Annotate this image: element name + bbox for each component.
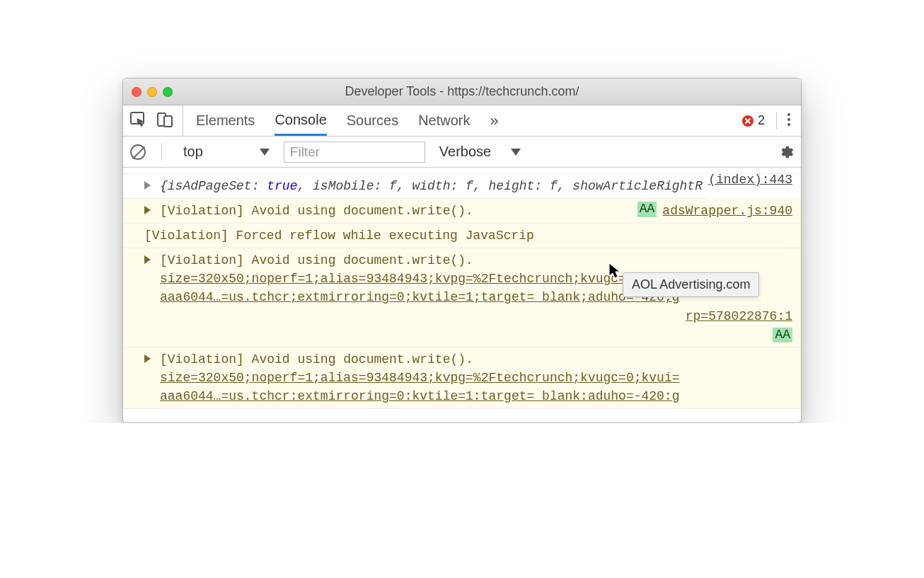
chevron-down-icon — [511, 149, 521, 156]
devtools-tabbar: Elements Console Sources Network » 2 — [123, 105, 801, 137]
disclosure-triangle-icon[interactable] — [144, 255, 151, 264]
console-row-violation: [Violation] Avoid using document.write()… — [123, 248, 801, 347]
svg-point-5 — [787, 123, 790, 126]
console-filterbar: top Verbose — [123, 137, 801, 168]
source-link[interactable]: adsWrapper.js:940 — [662, 202, 792, 220]
separator — [161, 143, 162, 161]
context-value: top — [183, 144, 203, 160]
svg-rect-2 — [164, 116, 172, 127]
disclosure-triangle-icon[interactable] — [144, 206, 151, 214]
chevron-down-icon — [260, 149, 270, 156]
badge-tooltip: AOL Advertising.com — [623, 272, 759, 297]
thirdparty-badge[interactable]: AA — [637, 202, 657, 217]
more-tabs-button[interactable]: » — [490, 112, 499, 130]
console-row-violation: adsWrapper.js:940 AA [Violation] Avoid u… — [123, 199, 801, 224]
close-window-button[interactable] — [132, 87, 142, 97]
tab-sources[interactable]: Sources — [347, 105, 398, 136]
error-icon — [742, 115, 753, 127]
svg-point-4 — [787, 118, 790, 121]
thirdparty-badge[interactable]: AA — [773, 328, 792, 343]
violation-text: [Violation] Avoid using document.write()… — [160, 253, 473, 267]
filter-input[interactable] — [284, 141, 425, 163]
request-url-link[interactable]: rp=578022876:1 — [686, 309, 792, 323]
window-title: Developer Tools - https://techcrunch.com… — [123, 84, 801, 99]
separator — [776, 112, 777, 130]
disclosure-triangle-icon[interactable] — [144, 354, 151, 363]
minimize-window-button[interactable] — [147, 87, 157, 97]
request-url-link[interactable]: size=320x50;noperf=1;alias=93484943;kvpg… — [160, 369, 792, 387]
console-row-object[interactable]: {isAdPageSet: true, isMobile: f, width: … — [123, 174, 708, 199]
console-row: (index):443 — [123, 168, 801, 174]
tab-elements[interactable]: Elements — [196, 105, 255, 136]
source-link[interactable]: (index):443 — [708, 170, 792, 189]
request-url-link[interactable]: aaa6044…=us.tchcr:extmirroring=0:kvtile=… — [160, 387, 792, 405]
device-toggle-icon[interactable] — [157, 112, 173, 130]
tab-network[interactable]: Network — [418, 105, 470, 136]
traffic-lights — [132, 87, 173, 97]
violation-text: [Violation] Avoid using document.write()… — [160, 352, 473, 366]
disclosure-triangle-icon[interactable] — [144, 181, 151, 190]
context-dropdown[interactable]: top — [178, 141, 275, 162]
console-row-violation: [Violation] Forced reflow while executin… — [123, 224, 801, 248]
dock-menu-icon[interactable] — [784, 112, 794, 130]
clear-console-button[interactable] — [130, 144, 146, 160]
level-dropdown[interactable]: Verbose — [434, 141, 526, 162]
tab-console[interactable]: Console — [275, 105, 326, 136]
devtools-window: Developer Tools - https://techcrunch.com… — [122, 78, 802, 423]
console-row-violation: [Violation] Avoid using document.write()… — [123, 347, 801, 409]
titlebar: Developer Tools - https://techcrunch.com… — [123, 79, 801, 105]
svg-point-3 — [787, 113, 790, 116]
settings-button[interactable] — [778, 144, 794, 160]
level-value: Verbose — [439, 144, 491, 160]
violation-text: [Violation] Forced reflow while executin… — [143, 229, 534, 243]
zoom-window-button[interactable] — [163, 87, 173, 97]
error-count[interactable]: 2 — [738, 113, 769, 128]
violation-text: [Violation] Avoid using document.write()… — [143, 204, 473, 218]
inspect-icon[interactable] — [130, 112, 147, 130]
error-count-value: 2 — [758, 113, 765, 128]
